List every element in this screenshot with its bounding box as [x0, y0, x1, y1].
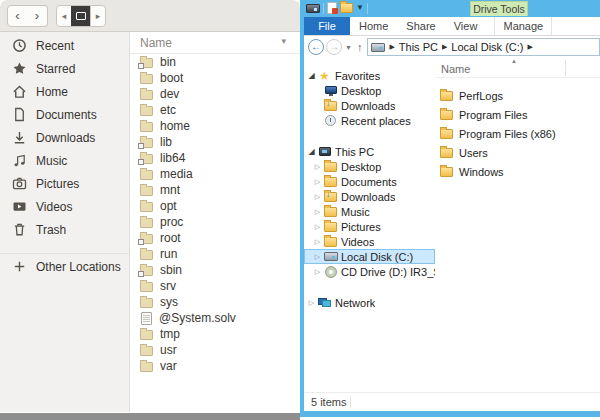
- address-bar[interactable]: ▶This PC▶Local Disk (C:)▶: [367, 38, 600, 56]
- tree-item-this-pc[interactable]: ◢This PC: [304, 144, 435, 159]
- collapse-icon[interactable]: ◢: [306, 71, 317, 80]
- column-divider[interactable]: [565, 60, 566, 76]
- sidebar-item-other-locations[interactable]: Other Locations: [0, 253, 129, 276]
- prev-screen-button[interactable]: ◂: [56, 5, 72, 27]
- divider: [323, 3, 324, 14]
- tree-item-documents[interactable]: ▷Documents: [304, 174, 435, 189]
- file-row-run[interactable]: run: [130, 246, 300, 262]
- file-row-boot[interactable]: boot: [130, 70, 300, 86]
- sidebar-item-label: Starred: [36, 62, 75, 76]
- file-row-program-files[interactable]: Program Files: [435, 105, 600, 124]
- breadcrumb-this-pc[interactable]: This PC: [399, 41, 438, 53]
- sidebar-item-label: Pictures: [36, 177, 79, 191]
- folder-icon: [323, 162, 338, 172]
- tree-item-cd-drive-d-ir3-ss[interactable]: ▷CD Drive (D:) IR3_SS: [304, 264, 435, 279]
- file-row-usr[interactable]: usr: [130, 342, 300, 358]
- tree-item-music[interactable]: ▷Music: [304, 204, 435, 219]
- tree-item-recent-places[interactable]: Recent places: [304, 113, 435, 128]
- sidebar-item-documents[interactable]: Documents: [0, 103, 129, 126]
- sidebar-item-downloads[interactable]: Downloads: [0, 126, 129, 149]
- sidebar-item-music[interactable]: Music: [0, 149, 129, 172]
- file-row-perflogs[interactable]: PerfLogs: [435, 86, 600, 105]
- expand-icon[interactable]: ▷: [312, 193, 323, 201]
- qat-new-folder-icon[interactable]: [340, 3, 353, 13]
- explorer-titlebar[interactable]: ▼ Drive Tools: [304, 0, 600, 17]
- tree-item-desktop[interactable]: ▷Desktop: [304, 159, 435, 174]
- sidebar-item-home[interactable]: Home: [0, 80, 129, 103]
- recent-locations-dropdown-icon[interactable]: ▼: [345, 44, 352, 51]
- file-name: PerfLogs: [459, 90, 503, 102]
- expand-icon[interactable]: ▷: [312, 238, 323, 246]
- file-row-lib[interactable]: lib: [130, 134, 300, 150]
- screen-toggle-button[interactable]: [71, 5, 91, 27]
- tab-file[interactable]: File: [304, 17, 350, 35]
- expand-icon[interactable]: ▷: [306, 299, 317, 307]
- file-row-mnt[interactable]: mnt: [130, 182, 300, 198]
- sidebar-item-starred[interactable]: Starred: [0, 57, 129, 80]
- tree-item-downloads[interactable]: ▷↓Downloads: [304, 189, 435, 204]
- file-name: lib: [160, 135, 172, 149]
- forward-button[interactable]: ›: [27, 5, 48, 27]
- tree-item-downloads[interactable]: ↓Downloads: [304, 98, 435, 113]
- tree-item-pictures[interactable]: ▷Pictures: [304, 219, 435, 234]
- name-column-header[interactable]: Name ▲: [435, 58, 600, 78]
- file-row-lib64[interactable]: lib64: [130, 150, 300, 166]
- file-row-proc[interactable]: proc: [130, 214, 300, 230]
- file-row-bin[interactable]: bin: [130, 54, 300, 70]
- sidebar-item-trash[interactable]: Trash: [0, 218, 129, 241]
- drive-tools-badge[interactable]: Drive Tools: [470, 1, 528, 16]
- tab-manage[interactable]: Manage: [494, 17, 552, 35]
- tab-view[interactable]: View: [445, 17, 487, 35]
- file-row-media[interactable]: media: [130, 166, 300, 182]
- tab-home[interactable]: Home: [350, 17, 397, 35]
- file-row-var[interactable]: var: [130, 358, 300, 374]
- file-row-dev[interactable]: dev: [130, 86, 300, 102]
- back-button[interactable]: ←: [308, 39, 324, 55]
- star-icon: [12, 61, 28, 77]
- file-row-tmp[interactable]: tmp: [130, 326, 300, 342]
- tree-item-desktop[interactable]: Desktop: [304, 83, 435, 98]
- next-screen-button[interactable]: ▸: [90, 5, 106, 27]
- tree-item-favorites[interactable]: ◢★Favorites: [304, 68, 435, 83]
- symlink-emblem-icon: [138, 239, 144, 245]
- file-row-home[interactable]: home: [130, 118, 300, 134]
- expand-icon[interactable]: ▷: [312, 208, 323, 216]
- expand-icon[interactable]: ▷: [312, 163, 323, 171]
- back-button[interactable]: ‹: [7, 5, 28, 27]
- tree-item-network[interactable]: ▷Network: [304, 295, 435, 310]
- file-row-sys[interactable]: sys: [130, 294, 300, 310]
- expand-icon[interactable]: ▷: [312, 223, 323, 231]
- expand-icon[interactable]: ▷: [312, 268, 323, 276]
- breadcrumb-local-disk-c[interactable]: Local Disk (C:): [451, 41, 523, 53]
- name-column-header[interactable]: Name ▾: [130, 32, 300, 54]
- qat-properties-icon[interactable]: [327, 2, 337, 14]
- status-bar: 5 items: [304, 392, 600, 411]
- sidebar-item-recent[interactable]: Recent: [0, 34, 129, 57]
- file-row-sbin[interactable]: sbin: [130, 262, 300, 278]
- file-row-etc[interactable]: etc: [130, 102, 300, 118]
- file-row-root[interactable]: root: [130, 230, 300, 246]
- folder-icon: [140, 90, 153, 100]
- expand-icon[interactable]: ▷: [312, 178, 323, 186]
- tree-item-videos[interactable]: ▷Videos: [304, 234, 435, 249]
- address-toolbar: ← → ▼ ↑ ▶This PC▶Local Disk (C:)▶: [304, 36, 600, 58]
- folder-icon: [323, 237, 338, 247]
- folder-icon: [140, 106, 153, 116]
- recent-icon: [323, 115, 338, 126]
- gnome-body: RecentStarredHomeDocumentsDownloadsMusic…: [0, 32, 300, 412]
- file-row-users[interactable]: Users: [435, 143, 600, 162]
- sidebar-item-videos[interactable]: Videos: [0, 195, 129, 218]
- tree-item-local-disk-c[interactable]: ▷Local Disk (C:): [304, 249, 435, 264]
- collapse-icon[interactable]: ◢: [306, 147, 317, 156]
- file-row-system-solv[interactable]: @System.solv: [130, 310, 300, 326]
- up-button[interactable]: ↑: [357, 41, 363, 53]
- qat-dropdown-icon[interactable]: ▼: [356, 2, 364, 14]
- file-row-srv[interactable]: srv: [130, 278, 300, 294]
- file-name: run: [160, 247, 177, 261]
- file-row-program-files-x86[interactable]: Program Files (x86): [435, 124, 600, 143]
- file-row-opt[interactable]: opt: [130, 198, 300, 214]
- file-row-windows[interactable]: Windows: [435, 162, 600, 181]
- expand-icon[interactable]: ▷: [312, 253, 323, 261]
- sidebar-item-pictures[interactable]: Pictures: [0, 172, 129, 195]
- tab-share[interactable]: Share: [397, 17, 444, 35]
